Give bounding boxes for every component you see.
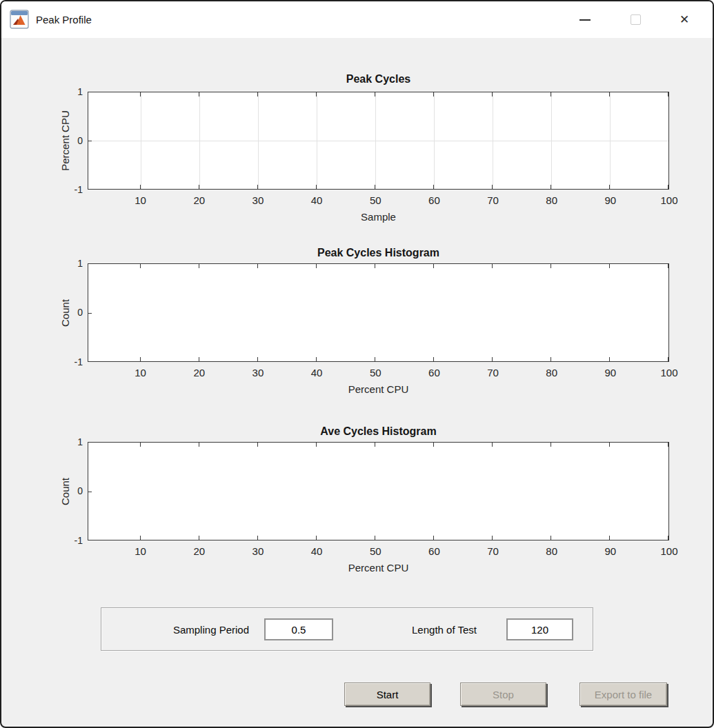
x-tick-mark [257,264,258,268]
xtick-label: 70 [487,194,499,206]
gridline-horizontal [88,141,668,141]
plot1-title: Peak Cycles [88,73,669,85]
xtick-label: 70 [487,545,499,557]
plot1-xtick-labels: 102030405060708090100 [88,194,669,207]
x-tick-mark [375,92,375,97]
plot3-title: Ave Cycles Histogram [88,425,669,438]
xtick-label: 30 [252,545,264,557]
x-tick-mark [199,357,199,361]
xtick-label: 60 [428,545,440,557]
plot3-xtick-labels: 102030405060708090100 [88,545,669,558]
maximize-icon [631,14,641,25]
x-tick-mark [257,92,258,97]
plot3-xlabel: Percent CPU [88,562,669,574]
ytick-label: 1 [59,258,83,269]
x-tick-mark [433,264,434,268]
x-tick-mark [316,357,317,361]
x-tick-mark [551,536,551,540]
peak-profile-window: Peak Profile ✕ Peak Cycles 1 0 -1 Percen… [0,0,714,728]
x-tick-mark [492,443,493,447]
plot3-axes [88,442,669,540]
close-icon: ✕ [680,14,689,26]
x-tick-mark [492,92,493,97]
x-tick-mark [668,536,668,540]
xtick-label: 10 [135,367,146,378]
x-tick-mark [492,357,493,361]
x-tick-mark [140,536,141,540]
plot1-ylabel: Percent CPU [59,110,71,171]
start-button[interactable]: Start [344,682,430,706]
x-tick-mark [433,92,434,97]
x-tick-mark [609,357,610,361]
x-tick-mark [492,536,493,540]
x-tick-mark [140,443,141,447]
x-tick-mark [140,357,141,361]
xtick-label: 50 [370,545,381,557]
maximize-button[interactable] [621,1,650,38]
x-tick-mark [433,536,434,540]
x-tick-mark [551,264,551,268]
titlebar: Peak Profile ✕ [1,1,713,38]
xtick-label: 90 [605,545,617,557]
plot2-xtick-labels: 102030405060708090100 [88,367,669,379]
xtick-label: 70 [487,367,499,378]
xtick-label: 80 [546,194,557,206]
export-to-file-button[interactable]: Export to file [579,682,667,706]
x-tick-mark [257,185,258,189]
plot2-xlabel: Percent CPU [88,383,669,395]
x-tick-mark [609,264,610,268]
xtick-label: 80 [546,545,557,557]
plot2-axes [88,263,669,362]
ytick-label: 1 [59,86,83,97]
xtick-label: 40 [311,367,323,378]
x-tick-mark [609,185,610,189]
x-tick-mark [199,264,199,268]
xtick-label: 90 [605,367,617,378]
x-tick-mark [316,92,317,97]
x-tick-mark [551,185,551,189]
xtick-label: 60 [428,367,440,378]
x-tick-mark [609,92,610,97]
x-tick-mark [257,443,258,447]
x-tick-mark [199,443,199,447]
window-title: Peak Profile [36,1,92,38]
x-tick-mark [316,185,317,189]
xtick-label: 100 [660,194,677,206]
x-tick-mark [433,443,434,447]
length-of-test-field[interactable] [506,618,573,640]
x-tick-mark [492,185,493,189]
x-tick-mark [375,357,375,361]
stop-button[interactable]: Stop [460,682,546,706]
x-tick-mark [257,536,258,540]
xtick-label: 40 [311,194,323,206]
x-tick-mark [668,92,668,97]
xtick-label: 10 [135,194,146,206]
y-tick-mark [88,492,92,492]
x-tick-mark [140,92,141,97]
x-tick-mark [375,443,375,447]
x-tick-mark [375,264,375,268]
ytick-label: -1 [59,356,83,367]
xtick-label: 90 [605,194,617,206]
x-tick-mark [316,264,317,268]
close-button[interactable]: ✕ [670,1,699,38]
x-tick-mark [551,357,551,361]
parameters-panel: Sampling Period Length of Test [101,607,593,651]
x-tick-mark [433,357,434,361]
plot3-ylabel: Count [59,478,71,505]
y-tick-mark [88,313,92,314]
x-tick-mark [668,357,668,361]
x-tick-mark [316,536,317,540]
x-tick-mark [433,185,434,189]
xtick-label: 10 [135,545,146,557]
xtick-label: 50 [370,194,381,206]
plot2-title: Peak Cycles Histogram [88,247,669,259]
x-tick-mark [140,185,141,189]
minimize-button[interactable] [571,1,599,38]
ytick-label: -1 [59,535,83,546]
x-tick-mark [551,92,551,97]
xtick-label: 20 [193,194,205,206]
plot1-xlabel: Sample [88,211,669,223]
x-tick-mark [668,185,668,189]
minimize-icon [579,19,591,21]
